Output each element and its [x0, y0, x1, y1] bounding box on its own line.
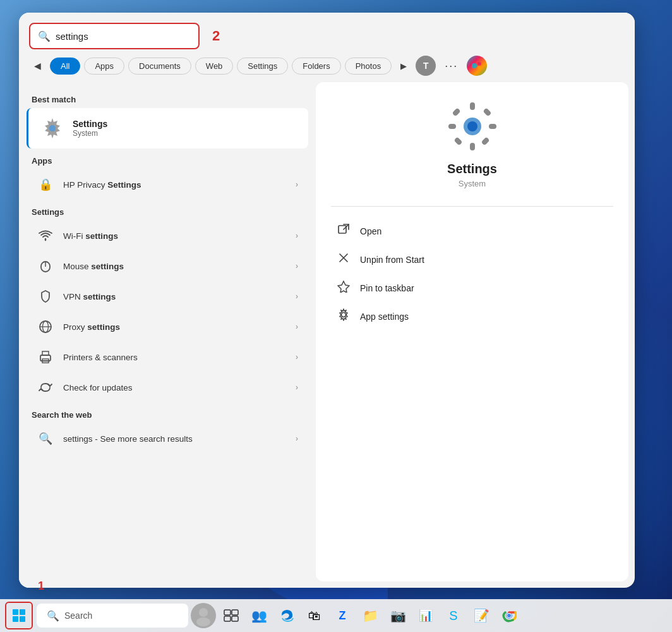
detail-subtitle: System [331, 179, 613, 188]
svg-point-27 [342, 313, 346, 317]
search-input-box[interactable]: 🔍 [29, 23, 200, 49]
app-settings-action[interactable]: App settings [331, 302, 613, 331]
search-bar-area: 🔍 2 [19, 13, 635, 49]
printers-text: Printers & scanners [63, 353, 287, 362]
hp-privacy-icon: 🔒 [37, 176, 54, 193]
tab-apps[interactable]: Apps [84, 58, 124, 75]
svg-rect-36 [224, 616, 231, 621]
svg-rect-21 [453, 137, 462, 145]
tab-back-button[interactable]: ◀ [29, 58, 46, 73]
mouse-settings-item[interactable]: Mouse settings › [24, 251, 311, 281]
best-match-title: Settings [73, 119, 107, 129]
unpin-icon [336, 252, 351, 267]
skype-icon[interactable]: S [441, 603, 466, 628]
annotation-1: 1 [38, 580, 44, 593]
check-updates-item[interactable]: Check for updates › [24, 372, 311, 403]
svg-rect-18 [489, 124, 496, 129]
pin-taskbar-action[interactable]: Pin to taskbar [331, 274, 613, 302]
quickbooks-icon[interactable]: 📊 [413, 603, 438, 628]
tab-photos[interactable]: Photos [345, 58, 392, 75]
annotation-2: 2 [212, 28, 220, 44]
svg-rect-23 [339, 226, 346, 233]
unpin-label: Unpin from Start [360, 255, 424, 265]
start-button[interactable] [5, 602, 33, 629]
svg-rect-30 [13, 616, 18, 622]
tab-all[interactable]: All [50, 58, 80, 75]
pin-label: Pin to taskbar [360, 283, 414, 293]
best-match-text: Settings System [73, 119, 107, 138]
tab-documents[interactable]: Documents [128, 58, 191, 75]
store-icon[interactable]: 🛍 [302, 603, 327, 628]
vpn-settings-item[interactable]: VPN settings › [24, 281, 311, 312]
search-icon: 🔍 [38, 30, 51, 42]
svg-point-2 [477, 66, 481, 70]
search-web-chevron: › [296, 434, 298, 443]
vpn-chevron: › [296, 292, 298, 301]
camera-icon[interactable]: 📷 [385, 603, 411, 628]
search-web-text: settings - See more search results [63, 434, 287, 444]
tab-more-button[interactable]: ··· [440, 57, 463, 75]
wifi-text: Wi-Fi settings [63, 231, 287, 241]
open-action[interactable]: Open [331, 217, 613, 245]
search-web-item[interactable]: 🔍 settings - See more search results › [24, 423, 311, 454]
detail-icon-area [331, 101, 613, 152]
taskbar-search-icon: 🔍 [47, 610, 59, 622]
detail-settings-icon [447, 101, 498, 152]
taskview-icon[interactable] [219, 603, 244, 628]
svg-rect-31 [20, 616, 25, 622]
chrome-icon[interactable] [496, 603, 522, 628]
hp-privacy-text: HP Privacy Settings [63, 180, 287, 190]
unpin-action[interactable]: Unpin from Start [331, 245, 613, 274]
file-explorer-icon[interactable]: 📁 [357, 603, 383, 628]
updates-chevron: › [296, 383, 298, 392]
updates-text: Check for updates [63, 383, 287, 392]
sticky-notes-icon[interactable]: 📝 [469, 603, 494, 628]
proxy-settings-item[interactable]: Proxy settings › [24, 312, 311, 342]
mouse-text: Mouse settings [63, 262, 287, 271]
search-input[interactable] [56, 31, 169, 42]
wifi-icon [37, 227, 54, 245]
hp-privacy-settings-item[interactable]: 🔒 HP Privacy Settings › [24, 169, 311, 200]
svg-rect-37 [232, 616, 238, 621]
printer-icon [37, 348, 54, 366]
search-web-label: Search the web [19, 403, 316, 423]
svg-rect-29 [20, 609, 25, 615]
svg-rect-20 [483, 107, 491, 116]
apps-section-label: Apps [19, 149, 316, 169]
settings-section-label: Settings [19, 200, 316, 221]
tab-avatar[interactable]: T [416, 56, 436, 76]
taskbar-search[interactable]: 🔍 Search [37, 604, 188, 628]
svg-rect-19 [452, 107, 460, 116]
svg-point-4 [49, 125, 56, 131]
app-settings-icon [336, 308, 351, 324]
printers-scanners-item[interactable]: Printers & scanners › [24, 342, 311, 372]
mouse-chevron: › [296, 262, 298, 270]
svg-rect-34 [224, 610, 231, 615]
svg-rect-11 [42, 351, 49, 355]
tab-copilot-icon[interactable] [467, 56, 487, 76]
best-match-item[interactable]: Settings System [27, 108, 308, 149]
hp-privacy-chevron: › [296, 180, 298, 189]
edge-icon[interactable] [274, 603, 299, 628]
teams-icon[interactable]: 👥 [246, 603, 272, 628]
svg-rect-35 [232, 610, 238, 615]
svg-rect-16 [470, 143, 475, 150]
web-search-icon: 🔍 [37, 430, 54, 447]
printers-chevron: › [296, 353, 298, 362]
svg-point-14 [467, 121, 477, 131]
taskbar-profile[interactable] [191, 603, 216, 628]
tab-folders[interactable]: Folders [292, 58, 340, 75]
mouse-icon [37, 257, 54, 275]
zalo-icon[interactable]: Z [330, 603, 355, 628]
wifi-chevron: › [296, 231, 298, 240]
main-content: Best match Settings System Apps [19, 82, 635, 588]
svg-rect-15 [470, 102, 475, 110]
detail-divider [331, 206, 613, 207]
tab-web[interactable]: Web [195, 58, 234, 75]
best-match-subtitle: System [73, 129, 107, 138]
tab-play-button[interactable]: ▶ [395, 59, 412, 73]
filter-tabs: ◀ All Apps Documents Web Settings Folder… [19, 49, 635, 82]
tab-settings[interactable]: Settings [237, 58, 288, 75]
svg-point-1 [477, 62, 481, 66]
wifi-settings-item[interactable]: Wi-Fi settings › [24, 221, 311, 251]
